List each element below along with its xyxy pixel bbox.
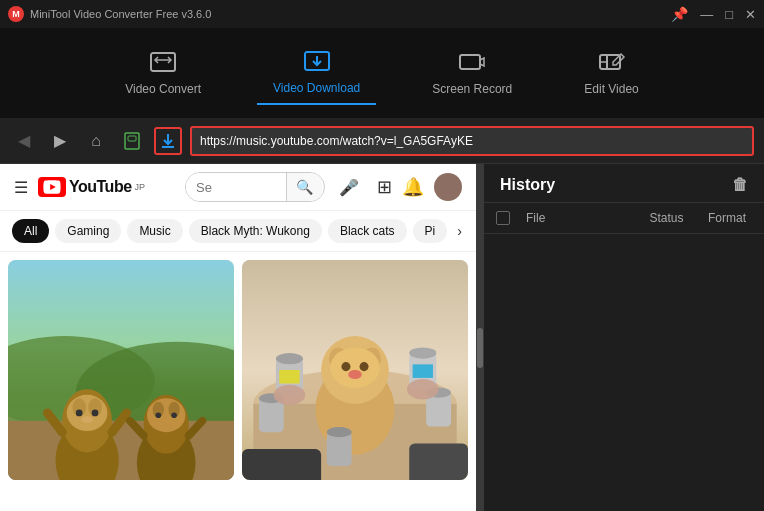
convert-icon [147, 50, 179, 76]
app-title: MiniTool Video Converter Free v3.6.0 [30, 8, 211, 20]
svg-point-57 [327, 427, 352, 437]
nav-edit-label: Edit Video [584, 82, 639, 96]
yt-search-bar[interactable]: 🔍 [185, 172, 325, 202]
video-thumb-2[interactable] [242, 260, 468, 480]
back-icon: ◀ [18, 131, 30, 150]
yt-avatar[interactable] [434, 173, 462, 201]
video-thumb-1[interactable] [8, 260, 234, 480]
pin-button[interactable]: 📌 [671, 6, 688, 22]
cat-pi[interactable]: Pi [413, 219, 448, 243]
nav-record-label: Screen Record [432, 82, 512, 96]
cat-all[interactable]: All [12, 219, 49, 243]
main-area: ☰ YouTubeJP 🔍 🎤 ⊞ 🔔 All [0, 164, 764, 511]
svg-point-32 [171, 412, 177, 418]
yt-logo: YouTubeJP [38, 177, 145, 197]
record-icon [456, 50, 488, 76]
svg-point-42 [330, 347, 380, 388]
svg-point-28 [147, 398, 185, 432]
svg-point-31 [155, 412, 161, 418]
title-bar-right: 📌 — □ ✕ [671, 6, 756, 22]
history-columns: File Status Format [484, 203, 764, 234]
history-col-file: File [526, 211, 631, 225]
yt-logo-text: YouTube [69, 178, 132, 196]
home-icon: ⌂ [91, 132, 101, 150]
url-bar[interactable] [190, 126, 754, 156]
title-bar: M MiniTool Video Converter Free v3.6.0 📌… [0, 0, 764, 28]
yt-jp-badge: JP [135, 182, 146, 192]
minimize-button[interactable]: — [700, 7, 713, 22]
yt-categories: All Gaming Music Black Myth: Wukong Blac… [0, 211, 476, 252]
svg-point-59 [407, 379, 439, 399]
svg-point-43 [341, 362, 350, 371]
download-bar-icon [159, 132, 177, 150]
close-button[interactable]: ✕ [745, 7, 756, 22]
svg-point-58 [274, 385, 306, 405]
svg-rect-60 [242, 449, 321, 480]
svg-point-45 [348, 370, 362, 379]
svg-rect-0 [151, 53, 175, 71]
toolbar: ◀ ▶ ⌂ [0, 118, 764, 164]
yt-header-right: ⊞ 🔔 [377, 173, 462, 201]
nav-download-label: Video Download [273, 81, 360, 95]
svg-point-47 [276, 353, 303, 364]
svg-rect-15 [8, 421, 234, 480]
history-empty-area [484, 234, 764, 511]
nav-video-download[interactable]: Video Download [257, 41, 376, 105]
history-title: History [500, 176, 555, 194]
cat-black-cats[interactable]: Black cats [328, 219, 407, 243]
svg-point-18 [67, 395, 108, 431]
title-bar-left: M MiniTool Video Converter Free v3.6.0 [8, 6, 211, 22]
svg-rect-61 [409, 443, 468, 480]
svg-point-50 [409, 347, 436, 358]
top-nav: Video Convert Video Download Screen Reco… [0, 28, 764, 118]
svg-rect-9 [128, 136, 136, 141]
cat-chevron-right[interactable]: › [457, 223, 462, 239]
download-icon [301, 49, 333, 75]
nav-screen-record[interactable]: Screen Record [416, 42, 528, 104]
yt-mic-button[interactable]: 🎤 [339, 178, 359, 197]
history-select-all[interactable] [496, 211, 510, 225]
yt-notifications-button[interactable]: 🔔 [402, 176, 424, 198]
browser-panel: ☰ YouTubeJP 🔍 🎤 ⊞ 🔔 All [0, 164, 476, 511]
yt-search-button[interactable]: 🔍 [286, 173, 322, 201]
thumb-img-1 [8, 260, 234, 480]
scroll-thumb[interactable] [477, 328, 483, 368]
svg-point-44 [360, 362, 369, 371]
yt-search-input[interactable] [186, 173, 286, 201]
history-col-format: Format [702, 211, 752, 225]
history-panel: History 🗑 File Status Format [484, 164, 764, 511]
yt-header: ☰ YouTubeJP 🔍 🎤 ⊞ 🔔 [0, 164, 476, 211]
forward-icon: ▶ [54, 131, 66, 150]
back-button[interactable]: ◀ [10, 127, 38, 155]
yt-create-button[interactable]: ⊞ [377, 176, 392, 198]
bookmark-button[interactable] [118, 127, 146, 155]
history-header: History 🗑 [484, 164, 764, 203]
app-logo: M [8, 6, 24, 22]
svg-point-21 [76, 410, 83, 417]
home-button[interactable]: ⌂ [82, 127, 110, 155]
nav-video-convert[interactable]: Video Convert [109, 42, 217, 104]
cat-music[interactable]: Music [127, 219, 182, 243]
edit-icon [596, 50, 628, 76]
cat-wukong[interactable]: Black Myth: Wukong [189, 219, 322, 243]
svg-rect-48 [279, 370, 299, 384]
history-col-status: Status [639, 211, 694, 225]
cat-gaming[interactable]: Gaming [55, 219, 121, 243]
yt-content [0, 252, 476, 511]
thumb-img-2 [242, 260, 468, 480]
hamburger-menu[interactable]: ☰ [14, 178, 28, 197]
svg-rect-51 [413, 364, 433, 378]
download-bar-button[interactable] [154, 127, 182, 155]
svg-rect-4 [460, 55, 480, 69]
nav-edit-video[interactable]: Edit Video [568, 42, 655, 104]
svg-point-22 [92, 410, 99, 417]
scroll-divider [476, 164, 484, 511]
yt-logo-icon [38, 177, 66, 197]
svg-point-23 [81, 416, 92, 423]
maximize-button[interactable]: □ [725, 7, 733, 22]
history-trash-button[interactable]: 🗑 [732, 176, 748, 194]
forward-button[interactable]: ▶ [46, 127, 74, 155]
nav-convert-label: Video Convert [125, 82, 201, 96]
bookmark-icon [123, 132, 141, 150]
